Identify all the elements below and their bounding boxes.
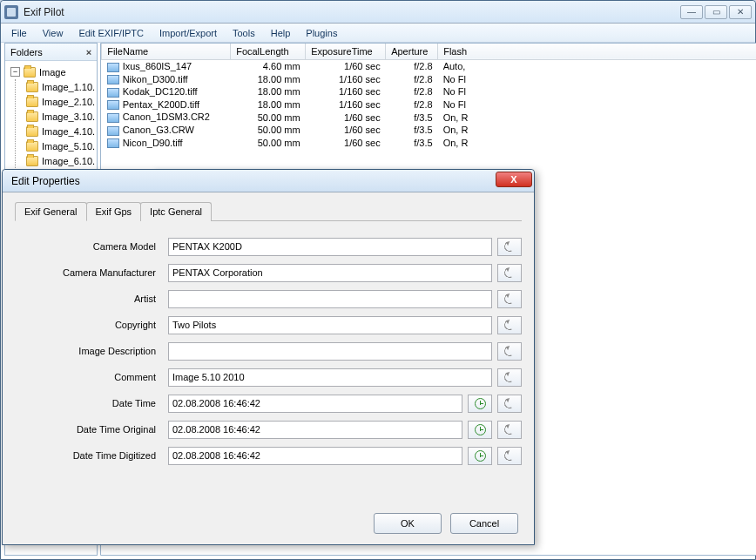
form-row-camera_mfr: Camera Manufacturer — [15, 260, 522, 286]
datetime-picker-button[interactable] — [468, 421, 492, 439]
folder-icon — [26, 111, 38, 122]
menu-edit-exif-iptc[interactable]: Edit EXIF/IPTC — [71, 25, 151, 41]
form-row-comment: Comment — [15, 364, 522, 390]
edit-properties-dialog: Edit Properties X Exif General Exif Gps … — [2, 169, 535, 545]
datetime-picker-button[interactable] — [468, 447, 492, 465]
tab-exif-gps[interactable]: Exif Gps — [86, 202, 142, 221]
undo-button[interactable] — [497, 238, 522, 256]
folder-icon — [24, 67, 36, 78]
undo-icon — [503, 370, 516, 383]
app-icon — [4, 5, 18, 19]
folder-icon — [26, 126, 38, 137]
label-copyright: Copyright — [15, 320, 163, 330]
dialog-close-button[interactable]: X — [496, 172, 532, 187]
input-img_desc[interactable] — [168, 342, 492, 361]
undo-button[interactable] — [497, 447, 522, 465]
table-row[interactable]: Canon_G3.CRW50.00 mm1/60 secf/3.5On, R — [102, 124, 756, 137]
cancel-button[interactable]: Cancel — [450, 513, 518, 534]
table-row[interactable]: Ixus_860IS_1474.60 mm1/60 secf/2.8Auto, — [102, 60, 756, 73]
maximize-button[interactable]: ▭ — [705, 5, 727, 19]
minimize-button[interactable]: — — [680, 5, 703, 19]
tree-item[interactable]: Image_4.10. — [23, 124, 95, 138]
table-row[interactable]: Pentax_K200D.tiff18.00 mm1/160 secf/2.8N… — [102, 98, 756, 111]
tab-iptc-general[interactable]: Iptc General — [140, 202, 212, 221]
form-row-img_desc: Image Description — [15, 338, 522, 364]
input-date_time_dig[interactable] — [168, 447, 462, 465]
col-filename[interactable]: FileName — [102, 44, 231, 60]
tree-root[interactable]: − Image — [7, 64, 95, 79]
input-comment[interactable] — [168, 368, 492, 387]
close-button[interactable]: ✕ — [729, 5, 752, 19]
ok-button[interactable]: OK — [374, 513, 442, 534]
label-comment: Comment — [15, 372, 163, 382]
input-camera_model[interactable] — [168, 238, 492, 256]
input-camera_mfr[interactable] — [168, 264, 492, 282]
image-file-icon — [107, 100, 119, 110]
undo-icon — [503, 240, 516, 253]
file-table[interactable]: FileName FocalLength ExposureTime Apertu… — [101, 44, 756, 149]
label-date_time: Date Time — [15, 398, 163, 408]
form-row-artist: Artist — [15, 286, 522, 312]
label-img_desc: Image Description — [15, 346, 163, 356]
undo-button[interactable] — [497, 342, 522, 361]
menu-file[interactable]: File — [4, 25, 34, 41]
dialog-titlebar[interactable]: Edit Properties X — [3, 170, 534, 192]
undo-icon — [503, 318, 516, 331]
undo-button[interactable] — [497, 368, 522, 387]
undo-icon — [503, 422, 516, 435]
undo-button[interactable] — [497, 395, 522, 413]
tab-exif-general[interactable]: Exif General — [15, 202, 87, 221]
input-artist[interactable] — [168, 290, 492, 308]
image-file-icon — [107, 63, 119, 72]
input-copyright[interactable] — [168, 316, 492, 334]
collapse-icon[interactable]: − — [10, 67, 20, 77]
table-row[interactable]: Nicon_D90.tiff50.00 mm1/60 secf/3.5On, R — [102, 137, 756, 150]
undo-button[interactable] — [497, 264, 522, 282]
image-file-icon — [107, 88, 119, 98]
datetime-picker-button[interactable] — [468, 395, 492, 413]
col-aperture[interactable]: Aperture — [386, 44, 438, 60]
undo-button[interactable] — [497, 316, 522, 334]
dialog-tabs: Exif General Exif Gps Iptc General — [15, 201, 522, 221]
col-flash[interactable]: Flash — [438, 44, 756, 60]
undo-button[interactable] — [497, 421, 522, 439]
table-header-row[interactable]: FileName FocalLength ExposureTime Apertu… — [102, 44, 756, 60]
clock-icon — [475, 398, 486, 409]
label-date_time_orig: Date Time Original — [15, 424, 163, 435]
folders-close-icon[interactable]: × — [86, 47, 91, 57]
form-row-camera_model: Camera Model — [15, 233, 522, 260]
undo-icon — [503, 266, 516, 279]
menu-plugins[interactable]: Plugins — [299, 25, 344, 41]
input-date_time_orig[interactable] — [168, 421, 462, 439]
folder-icon — [26, 82, 38, 92]
menu-help[interactable]: Help — [264, 25, 298, 41]
tree-item[interactable]: Image_2.10. — [23, 94, 95, 109]
clock-icon — [475, 424, 486, 435]
tree-item[interactable]: Image_3.10. — [23, 109, 95, 124]
table-row[interactable]: Canon_1DSM3.CR250.00 mm1/60 secf/3.5On, … — [102, 111, 756, 124]
undo-icon — [503, 344, 516, 357]
tree-item[interactable]: Image_5.10. — [23, 138, 95, 153]
tree-item[interactable]: Image_6.10. — [23, 153, 95, 168]
tree-item[interactable]: Image_1.10. — [23, 79, 95, 94]
titlebar[interactable]: Exif Pilot — ▭ ✕ — [1, 1, 755, 24]
label-camera_mfr: Camera Manufacturer — [15, 267, 163, 278]
app-title: Exif Pilot — [24, 6, 680, 18]
table-row[interactable]: Kodak_DC120.tiff18.00 mm1/160 secf/2.8No… — [102, 85, 756, 98]
menubar: File View Edit EXIF/IPTC Import/Export T… — [1, 24, 755, 43]
input-date_time[interactable] — [168, 395, 462, 413]
menu-import-export[interactable]: Import/Export — [152, 25, 224, 41]
folder-icon — [26, 97, 38, 107]
menu-tools[interactable]: Tools — [226, 25, 262, 41]
form-row-copyright: Copyright — [15, 312, 522, 338]
folder-icon — [26, 141, 38, 152]
label-artist: Artist — [15, 293, 163, 304]
undo-button[interactable] — [497, 290, 522, 308]
menu-view[interactable]: View — [36, 25, 71, 41]
table-row[interactable]: Nikon_D300.tiff18.00 mm1/160 secf/2.8No … — [102, 73, 756, 86]
form-row-date_time_orig: Date Time Original — [15, 416, 522, 442]
col-exposuretime[interactable]: ExposureTime — [306, 44, 386, 60]
col-focallength[interactable]: FocalLength — [231, 44, 306, 60]
undo-icon — [503, 449, 516, 462]
form-row-date_time_dig: Date Time Digitized — [15, 442, 522, 469]
